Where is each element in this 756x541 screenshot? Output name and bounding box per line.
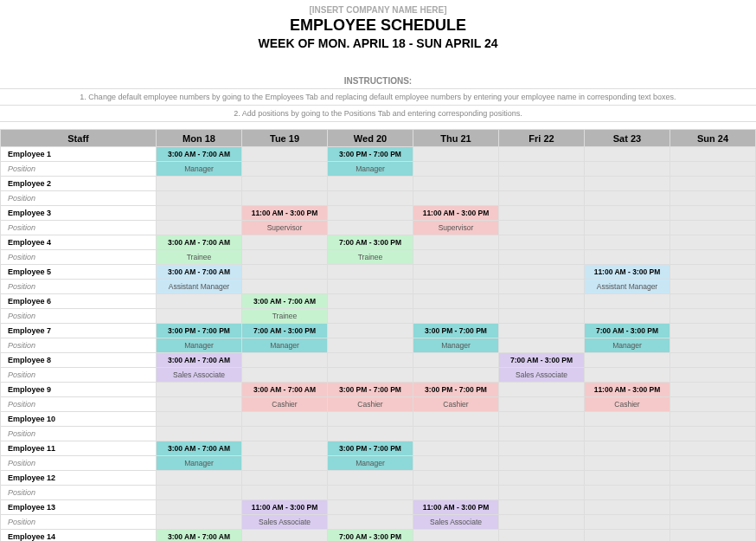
shift-role-cell: Manager (585, 338, 670, 353)
staff-column-header: Staff (1, 130, 157, 147)
shift-time-cell: 7:00 AM - 3:00 PM (585, 324, 670, 338)
shift-role-cell (328, 280, 413, 294)
position-label-cell: Position (1, 368, 157, 383)
shift-time-cell (499, 471, 585, 486)
shift-role-cell: Manager (413, 338, 499, 353)
employee-time-row: Employee 143:00 AM - 7:00 AM7:00 AM - 3:… (1, 530, 756, 542)
shift-time-cell (413, 265, 499, 280)
shift-role-cell (499, 338, 585, 353)
position-label-cell: Position (1, 250, 157, 265)
shift-role-cell: Assistant Manager (585, 280, 670, 294)
shift-time-cell: 11:00 AM - 3:00 PM (242, 500, 328, 515)
employee-name-cell: Employee 6 (1, 294, 157, 309)
shift-time-cell (328, 500, 413, 515)
shift-time-cell (157, 412, 242, 427)
employee-position-row: PositionSales AssociateSales Associate (1, 515, 756, 530)
employee-name-cell: Employee 9 (1, 383, 157, 397)
shift-time-cell (499, 294, 585, 309)
employee-position-row: PositionTraineeTrainee (1, 250, 756, 265)
shift-time-cell (585, 235, 670, 250)
shift-time-cell (585, 530, 670, 542)
shift-time-cell: 7:00 AM - 3:00 PM (328, 235, 413, 250)
shift-time-cell (499, 383, 585, 397)
shift-role-cell: Manager (242, 338, 328, 353)
shift-time-cell (499, 147, 585, 162)
employee-name-cell: Employee 7 (1, 324, 157, 338)
employee-position-row: PositionManagerManagerManagerManager (1, 338, 756, 353)
shift-role-cell (499, 280, 585, 294)
shift-role-cell (413, 309, 499, 324)
shift-time-cell (585, 294, 670, 309)
shift-role-cell (242, 250, 328, 265)
shift-time-cell (499, 235, 585, 250)
document-header: [INSERT COMPANY NAME HERE] EMPLOYEE SCHE… (0, 0, 756, 50)
shift-time-cell: 7:00 AM - 3:00 PM (242, 324, 328, 338)
shift-role-cell (157, 309, 242, 324)
employee-position-row: PositionAssistant ManagerAssistant Manag… (1, 280, 756, 294)
shift-role-cell (670, 338, 756, 353)
shift-role-cell (499, 397, 585, 412)
shift-time-cell (499, 177, 585, 191)
position-label-cell: Position (1, 427, 157, 441)
shift-time-cell (499, 500, 585, 515)
position-label-cell: Position (1, 191, 157, 206)
employee-position-row: PositionManagerManager (1, 162, 756, 177)
shift-time-cell (157, 383, 242, 397)
employee-time-row: Employee 12 (1, 471, 756, 486)
instruction-line-1: 1. Change default employee numbers by go… (0, 89, 756, 106)
employee-time-row: Employee 63:00 AM - 7:00 AM (1, 294, 756, 309)
shift-time-cell: 3:00 AM - 7:00 AM (157, 235, 242, 250)
employee-name-cell: Employee 11 (1, 441, 157, 456)
shift-time-cell: 11:00 AM - 3:00 PM (413, 206, 499, 221)
shift-time-cell (670, 383, 756, 397)
shift-role-cell: Assistant Manager (157, 280, 242, 294)
shift-role-cell: Trainee (328, 250, 413, 265)
shift-time-cell (413, 147, 499, 162)
shift-role-cell: Sales Associate (157, 368, 242, 383)
shift-role-cell (413, 191, 499, 206)
shift-time-cell: 11:00 AM - 3:00 PM (242, 206, 328, 221)
shift-time-cell: 7:00 AM - 3:00 PM (499, 353, 585, 368)
employee-name-cell: Employee 12 (1, 471, 157, 486)
shift-time-cell (157, 500, 242, 515)
shift-role-cell (585, 191, 670, 206)
shift-time-cell: 3:00 PM - 7:00 PM (328, 441, 413, 456)
shift-time-cell: 7:00 AM - 3:00 PM (328, 530, 413, 542)
shift-time-cell (670, 324, 756, 338)
shift-role-cell (328, 309, 413, 324)
employee-name-cell: Employee 5 (1, 265, 157, 280)
employee-position-row: Position (1, 486, 756, 500)
shift-role-cell (413, 250, 499, 265)
schedule-table: StaffMon 18Tue 19Wed 20Thu 21Fri 22Sat 2… (0, 129, 756, 541)
shift-role-cell (499, 309, 585, 324)
shift-role-cell (585, 427, 670, 441)
shift-role-cell: Manager (328, 456, 413, 471)
employee-position-row: PositionCashierCashierCashierCashier (1, 397, 756, 412)
day-column-header: Tue 19 (242, 130, 328, 147)
shift-role-cell (585, 515, 670, 530)
shift-time-cell (157, 206, 242, 221)
shift-role-cell (242, 486, 328, 500)
shift-time-cell: 11:00 AM - 3:00 PM (413, 500, 499, 515)
shift-role-cell (499, 486, 585, 500)
shift-time-cell (157, 294, 242, 309)
shift-time-cell (413, 530, 499, 542)
shift-role-cell: Cashier (413, 397, 499, 412)
shift-role-cell (242, 427, 328, 441)
shift-time-cell (242, 235, 328, 250)
shift-role-cell (157, 397, 242, 412)
shift-time-cell: 3:00 AM - 7:00 AM (242, 294, 328, 309)
shift-role-cell: Manager (157, 162, 242, 177)
shift-time-cell (499, 265, 585, 280)
shift-role-cell (413, 368, 499, 383)
shift-role-cell (242, 280, 328, 294)
employee-name-cell: Employee 1 (1, 147, 157, 162)
position-label-cell: Position (1, 456, 157, 471)
shift-role-cell (585, 250, 670, 265)
shift-time-cell (157, 177, 242, 191)
shift-role-cell: Manager (157, 338, 242, 353)
shift-time-cell: 3:00 AM - 7:00 AM (157, 441, 242, 456)
shift-role-cell (670, 456, 756, 471)
position-label-cell: Position (1, 221, 157, 235)
shift-role-cell (670, 515, 756, 530)
